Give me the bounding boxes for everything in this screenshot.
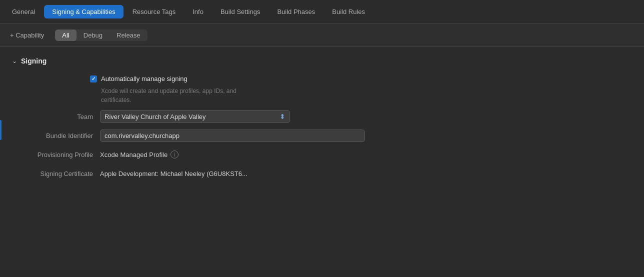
bundle-identifier-row: Bundle Identifier <box>0 128 644 142</box>
auto-signing-row: ✓ Automatically manage signing <box>0 73 644 82</box>
tab-signing-capabilities[interactable]: Signing & Capabilities <box>44 5 123 18</box>
signing-certificate-row: Signing Certificate Apple Development: M… <box>0 166 644 180</box>
auto-signing-checkbox[interactable]: ✓ <box>90 76 97 82</box>
tab-info[interactable]: Info <box>184 5 212 18</box>
tab-build-rules[interactable]: Build Rules <box>324 5 373 18</box>
tab-bar: General Signing & Capabilities Resource … <box>0 0 644 24</box>
toolbar: + Capability All Debug Release <box>0 24 644 47</box>
bundle-identifier-input[interactable] <box>100 130 365 142</box>
auto-signing-label-text: Automatically manage signing <box>101 75 188 82</box>
checkmark-icon: ✓ <box>92 76 96 82</box>
team-label: Team <box>0 113 100 120</box>
filter-segment-group: All Debug Release <box>55 30 147 41</box>
tab-resource-tags[interactable]: Resource Tags <box>124 5 184 18</box>
segment-release[interactable]: Release <box>110 30 148 41</box>
tab-build-phases[interactable]: Build Phases <box>269 5 323 18</box>
tab-build-settings[interactable]: Build Settings <box>212 5 268 18</box>
team-dropdown-value: River Valley Church of Apple Valley <box>104 113 206 120</box>
team-row: Team River Valley Church of Apple Valley… <box>0 110 644 124</box>
auto-signing-checkbox-label[interactable]: ✓ Automatically manage signing <box>90 75 188 82</box>
tab-general[interactable]: General <box>4 5 43 18</box>
provisioning-profile-info-icon[interactable]: i <box>170 150 178 158</box>
signing-certificate-value: Apple Development: Michael Neeley (G6U8K… <box>100 170 248 178</box>
chevron-icon[interactable]: ⌄ <box>12 58 17 64</box>
provisioning-profile-value: Xcode Managed Profile <box>100 151 168 158</box>
team-dropdown[interactable]: River Valley Church of Apple Valley ⬍ <box>100 110 290 123</box>
left-accent-bar <box>0 120 2 140</box>
provisioning-profile-value-container: Xcode Managed Profile i <box>100 150 178 158</box>
auto-signing-hint: Xcode will create and update profiles, a… <box>0 86 644 110</box>
segment-all[interactable]: All <box>55 30 76 41</box>
signing-section-title: Signing <box>21 57 46 65</box>
segment-debug[interactable]: Debug <box>76 30 110 41</box>
signing-certificate-value-container: Apple Development: Michael Neeley (G6U8K… <box>100 170 248 178</box>
bundle-identifier-label: Bundle Identifier <box>0 132 100 140</box>
signing-section-header: ⌄ Signing <box>0 57 644 65</box>
signing-certificate-label: Signing Certificate <box>0 170 100 178</box>
hint-line2: certificates. <box>101 96 132 104</box>
provisioning-profile-label: Provisioning Profile <box>0 151 100 158</box>
provisioning-profile-row: Provisioning Profile Xcode Managed Profi… <box>0 148 644 162</box>
add-capability-button[interactable]: + Capability <box>7 30 47 40</box>
add-capability-label: + Capability <box>10 32 44 39</box>
dropdown-arrow-icon: ⬍ <box>280 112 286 120</box>
hint-line1: Xcode will create and update profiles, a… <box>101 88 236 94</box>
content-area: ⌄ Signing ✓ Automatically manage signing… <box>0 47 644 277</box>
